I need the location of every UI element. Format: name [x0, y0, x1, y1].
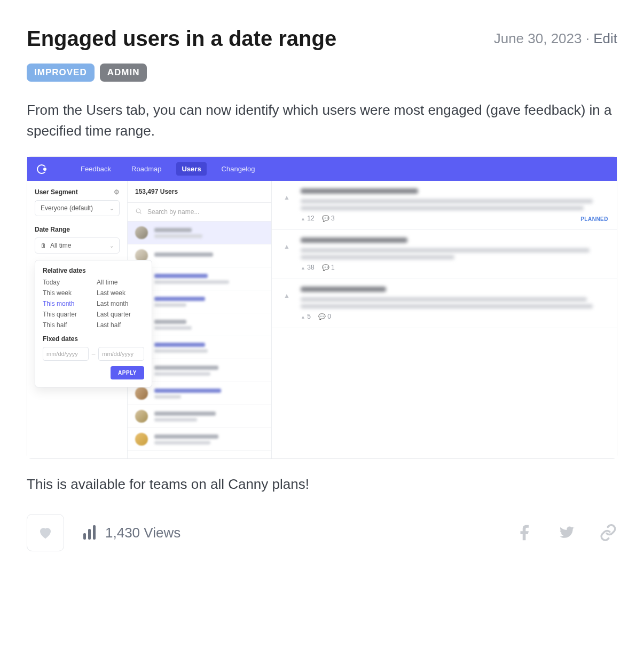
comment-icon: 💬 [322, 215, 329, 221]
user-search-input[interactable]: Search by name... [128, 202, 271, 221]
like-button[interactable] [27, 514, 64, 551]
edit-link[interactable]: Edit [593, 30, 617, 46]
body-paragraph: From the Users tab, you can now identify… [27, 100, 617, 141]
upvote-icon[interactable]: ▲ [280, 287, 293, 299]
posts-list: ▲ ▲ 12 💬 3 PLANNED ▲ [272, 181, 617, 458]
nav-changelog[interactable]: Changelog [216, 162, 261, 176]
tag-admin: ADMIN [100, 64, 147, 82]
svg-line-1 [140, 212, 141, 213]
user-row[interactable] [128, 428, 271, 451]
post-item[interactable]: ▲ ▲ 38 💬 1 [272, 230, 617, 279]
heart-icon [37, 525, 53, 541]
user-row[interactable] [128, 405, 271, 428]
filters-sidebar: User Segment ⚙ Everyone (default) ⌄ Date… [27, 181, 128, 458]
body-paragraph: This is available for teams on all Canny… [27, 474, 617, 495]
screenshot-nav-bar: Feedback Roadmap Users Changelog [27, 157, 617, 181]
comment-count: 1 [331, 264, 335, 271]
post-desc-blur [301, 297, 587, 302]
comment-count: 3 [331, 215, 335, 222]
vote-count: 12 [307, 215, 314, 222]
comment-count: 0 [327, 313, 331, 320]
date-range-value: All time [50, 242, 71, 249]
gear-icon[interactable]: ⚙ [114, 188, 120, 196]
relative-dates-heading: Relative dates [43, 267, 144, 274]
date-range-label: Date Range [35, 226, 120, 233]
svg-point-0 [136, 209, 140, 213]
canny-logo-icon [37, 164, 46, 174]
vote-count: 5 [307, 313, 311, 320]
post-date: June 30, 2023 [494, 30, 582, 46]
post-title-blur [301, 238, 407, 243]
post-title: Engaged users in a date range [27, 27, 336, 51]
search-icon [135, 208, 142, 216]
user-row[interactable] [128, 221, 271, 244]
avatar [135, 433, 148, 446]
date-to-input[interactable]: mm/dd/yyyy [98, 347, 144, 361]
date-from-input[interactable]: mm/dd/yyyy [43, 347, 89, 361]
date-range-separator: – [92, 350, 96, 358]
date-option-last-half[interactable]: Last half [97, 321, 144, 329]
link-icon[interactable] [599, 524, 617, 542]
post-desc-blur [301, 304, 593, 308]
apply-button[interactable]: APPLY [111, 366, 144, 379]
chevron-down-icon: ⌄ [109, 205, 114, 211]
vote-icon: ▲ [301, 265, 305, 271]
post-desc-blur [301, 255, 454, 259]
meta-separator: · [586, 30, 590, 46]
date-option-last-month[interactable]: Last month [97, 300, 144, 307]
segment-label-text: User Segment [35, 188, 78, 196]
chevron-down-icon: ⌄ [109, 243, 114, 249]
views-display: 1,430 Views [83, 525, 180, 541]
views-count: 1,430 Views [105, 525, 180, 541]
upvote-icon[interactable]: ▲ [280, 188, 293, 201]
date-option-last-quarter[interactable]: Last quarter [97, 311, 144, 318]
tag-row: IMPROVED ADMIN [27, 64, 617, 82]
user-segment-select[interactable]: Everyone (default) ⌄ [35, 200, 120, 216]
tag-improved: IMPROVED [27, 64, 95, 82]
date-option-today[interactable]: Today [43, 279, 90, 286]
users-count: 153,497 Users [128, 181, 271, 202]
post-title-blur [301, 188, 418, 194]
post-item[interactable]: ▲ ▲ 5 💬 0 [272, 279, 617, 328]
fixed-dates-heading: Fixed dates [43, 335, 144, 343]
date-range-select[interactable]: 🗓 All time ⌄ [35, 238, 120, 254]
comment-icon: 💬 [318, 313, 326, 320]
facebook-icon[interactable] [516, 524, 534, 542]
post-title-blur [301, 287, 386, 292]
nav-users[interactable]: Users [176, 162, 206, 176]
date-range-dropdown: Relative dates Today All time This week … [35, 260, 152, 387]
product-screenshot: Feedback Roadmap Users Changelog User Se… [27, 156, 617, 459]
date-option-this-half[interactable]: This half [43, 321, 90, 329]
avatar [135, 226, 148, 239]
post-desc-blur [301, 248, 590, 252]
segment-value: Everyone (default) [41, 204, 93, 212]
search-placeholder: Search by name... [147, 208, 199, 216]
date-option-last-week[interactable]: Last week [97, 289, 144, 297]
date-option-this-week[interactable]: This week [43, 289, 90, 297]
post-desc-blur [301, 206, 584, 210]
date-option-this-month[interactable]: This month [43, 300, 90, 307]
comment-icon: 💬 [322, 264, 329, 271]
twitter-icon[interactable] [557, 524, 576, 542]
date-option-all-time[interactable]: All time [97, 279, 144, 286]
nav-roadmap[interactable]: Roadmap [126, 162, 167, 176]
post-meta: June 30, 2023 · Edit [494, 30, 617, 47]
user-segment-label: User Segment ⚙ [35, 188, 120, 196]
avatar [135, 410, 148, 423]
date-range-label-text: Date Range [35, 226, 70, 233]
post-desc-blur [301, 199, 593, 203]
bar-chart-icon [83, 526, 96, 540]
status-badge: PLANNED [580, 216, 608, 222]
date-option-this-quarter[interactable]: This quarter [43, 311, 90, 318]
vote-icon: ▲ [301, 314, 305, 320]
post-item[interactable]: ▲ ▲ 12 💬 3 PLANNED [272, 181, 617, 230]
avatar [135, 387, 148, 400]
calendar-icon: 🗓 [41, 242, 46, 249]
vote-icon: ▲ [301, 216, 305, 221]
nav-feedback[interactable]: Feedback [75, 162, 116, 176]
vote-count: 38 [307, 264, 314, 271]
upvote-icon[interactable]: ▲ [280, 238, 293, 250]
